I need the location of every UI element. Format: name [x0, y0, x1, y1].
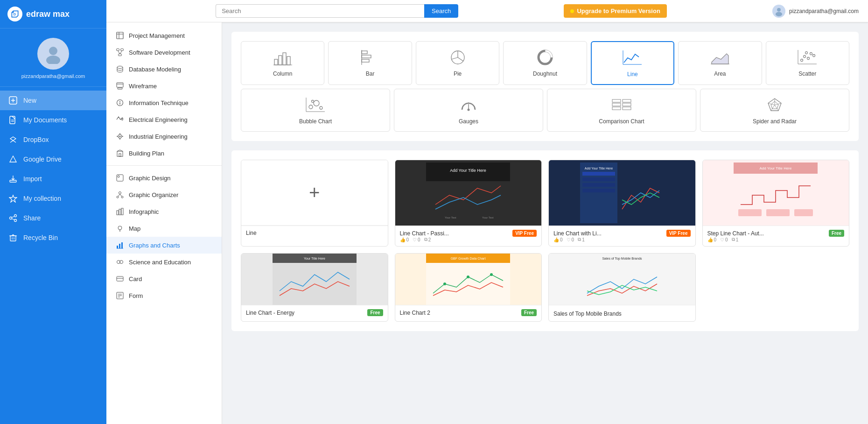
- chart-type-pie[interactable]: Pie: [416, 41, 499, 85]
- template-thumb-passive: Add Your Title Here Your Text Your Text: [395, 160, 542, 226]
- menu-item-form[interactable]: Form: [106, 287, 222, 304]
- template-badge: VIP Free: [666, 230, 691, 237]
- chart-type-area[interactable]: Area: [678, 41, 762, 85]
- sidebar-item-new[interactable]: New: [0, 91, 106, 110]
- svg-point-54: [119, 192, 121, 194]
- svg-rect-115: [623, 107, 631, 110]
- template-info-passive: Line Chart - Passi... VIP Free 👍 0 ♡ 0 ⧉…: [395, 226, 542, 246]
- sidebar-logo[interactable]: D edraw max: [0, 0, 106, 28]
- menu-item-information-technique[interactable]: Information Technique: [106, 94, 222, 111]
- chart-type-bar[interactable]: Bar: [328, 41, 412, 85]
- chart-type-label: Pie: [454, 71, 462, 77]
- chart-type-doughnut[interactable]: Doughnut: [503, 41, 587, 85]
- card-icon: [116, 275, 124, 283]
- svg-rect-113: [623, 99, 631, 102]
- menu-item-label: Project Management: [129, 32, 185, 39]
- chart-type-gauges[interactable]: Gauges: [394, 89, 543, 132]
- sidebar: D edraw max pizzandparatha@gmail.com New: [0, 0, 106, 424]
- comparison-chart-icon: [610, 96, 633, 114]
- menu-item-database-modeling[interactable]: Database Modeling: [106, 61, 222, 78]
- import-icon: [8, 174, 18, 184]
- menu-item-building-plan[interactable]: Building Plan: [106, 145, 222, 162]
- svg-point-149: [490, 273, 493, 276]
- templates-grid: + Line Add Your Title Here: [241, 160, 849, 247]
- menu-item-map[interactable]: Map: [106, 220, 222, 237]
- svg-point-101: [314, 100, 319, 106]
- menu-item-graphic-design[interactable]: Graphic Design: [106, 170, 222, 186]
- template-badge: VIP Free: [512, 230, 537, 237]
- sidebar-item-my-documents[interactable]: My Documents: [0, 110, 106, 130]
- search-input[interactable]: [216, 4, 424, 18]
- svg-text:GBF Growth Data Chart: GBF Growth Data Chart: [451, 257, 486, 260]
- right-panel: Column Bar: [222, 22, 868, 424]
- chart-type-label: Scatter: [798, 71, 816, 77]
- svg-line-17: [12, 217, 14, 218]
- menu-item-electrical-engineering[interactable]: Electrical Engineering: [106, 111, 222, 128]
- template-line-passive[interactable]: Add Your Title Here Your Text Your Text …: [395, 160, 542, 247]
- template-title: Line: [246, 230, 383, 236]
- sidebar-item-my-collection[interactable]: My collection: [0, 189, 106, 208]
- template-sales-mobile[interactable]: Sales of Top Mobile Brands Sales of Top …: [548, 253, 696, 322]
- main-area: Search Upgrade to Premium Version pizzan…: [106, 0, 868, 424]
- sidebar-item-google-drive-label: Google Drive: [23, 155, 62, 163]
- svg-rect-59: [117, 211, 119, 215]
- menu-item-label: Card: [129, 276, 142, 283]
- menu-item-label: Electrical Engineering: [129, 116, 188, 123]
- user-area: pizzandparatha@gmail.com: [772, 5, 859, 18]
- star-icon: [8, 194, 18, 203]
- svg-point-43: [119, 136, 121, 137]
- chart-type-label: Column: [273, 71, 292, 77]
- svg-text:Sales of Top Mobile Brands: Sales of Top Mobile Brands: [602, 257, 642, 261]
- menu-item-wireframe[interactable]: Wireframe: [106, 78, 222, 94]
- drive-icon: [8, 155, 18, 164]
- sidebar-item-share[interactable]: Share: [0, 208, 106, 228]
- svg-rect-66: [121, 242, 123, 248]
- menu-item-label: Infographic: [129, 208, 159, 215]
- svg-point-93: [804, 56, 806, 58]
- menu-item-graphic-organizer[interactable]: Graphic Organizer: [106, 186, 222, 203]
- template-meta: 👍 0 ♡ 0 ⧉ 1: [553, 237, 691, 242]
- menu-divider: [106, 165, 222, 166]
- svg-text:Add Your Title Here: Add Your Title Here: [760, 166, 792, 170]
- template-info-new: Line: [241, 226, 388, 240]
- chart-type-comparison[interactable]: Comparison Chart: [547, 89, 696, 132]
- chart-type-bubble[interactable]: Bubble Chart: [241, 89, 390, 132]
- template-info-2: Line Chart 2 Free: [395, 305, 542, 320]
- chart-type-scatter[interactable]: Scatter: [766, 41, 849, 85]
- sidebar-item-recycle-bin-label: Recycle Bin: [23, 234, 58, 241]
- svg-rect-64: [117, 246, 118, 248]
- menu-item-software-development[interactable]: Software Development: [106, 44, 222, 61]
- upgrade-button[interactable]: Upgrade to Premium Version: [564, 4, 666, 18]
- menu-item-science-and-education[interactable]: Science and Education: [106, 254, 222, 270]
- menu-item-label: Map: [129, 225, 140, 232]
- svg-point-62: [118, 226, 122, 230]
- template-step-line[interactable]: Add Your Title Here Step Line Chart - Au…: [702, 160, 850, 247]
- sidebar-item-import[interactable]: Import: [0, 169, 106, 189]
- svg-marker-13: [9, 195, 17, 202]
- menu-item-industrial-engineering[interactable]: Industrial Engineering: [106, 128, 222, 145]
- menu-item-graphs-and-charts[interactable]: Graphs and Charts: [106, 237, 222, 254]
- menu-item-project-management[interactable]: Project Management: [106, 27, 222, 44]
- menu-item-infographic[interactable]: Infographic: [106, 203, 222, 220]
- sidebar-item-google-drive[interactable]: Google Drive: [0, 149, 106, 169]
- svg-point-24: [777, 7, 781, 11]
- sidebar-item-import-label: Import: [23, 175, 42, 183]
- template-line-2[interactable]: GBF Growth Data Chart Line Chart 2: [395, 253, 542, 322]
- chart-type-spider[interactable]: Spider and Radar: [700, 89, 849, 132]
- svg-point-55: [117, 196, 119, 198]
- template-new-line[interactable]: + Line: [241, 160, 388, 247]
- chart-type-line[interactable]: Line: [591, 41, 674, 85]
- info-icon: [116, 99, 124, 107]
- chart-type-label: Area: [714, 71, 726, 77]
- sidebar-item-dropbox[interactable]: DropBox: [0, 130, 106, 149]
- svg-rect-140: [794, 209, 813, 216]
- svg-rect-81: [362, 51, 367, 54]
- menu-item-label: Form: [129, 292, 143, 299]
- chart-type-column[interactable]: Column: [241, 41, 324, 85]
- template-line-energy[interactable]: Your Title Here Line Chart - Energy Free: [241, 253, 388, 322]
- avatar: [37, 38, 69, 70]
- menu-item-card[interactable]: Card: [106, 270, 222, 287]
- template-line-li[interactable]: Add Your Title Here: [548, 160, 696, 247]
- search-button[interactable]: Search: [424, 4, 458, 18]
- sidebar-item-recycle-bin[interactable]: Recycle Bin: [0, 228, 106, 247]
